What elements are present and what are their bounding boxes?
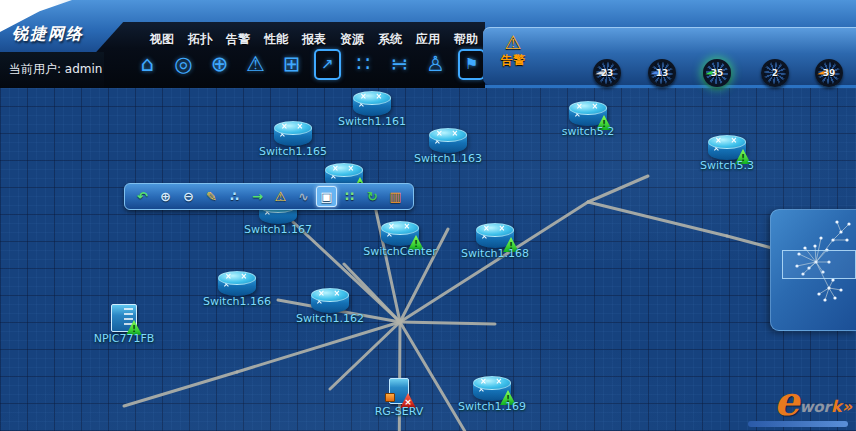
device-icon: ! <box>569 101 607 127</box>
arrange-icon[interactable]: ∷ <box>339 186 360 207</box>
device-icon <box>353 91 391 117</box>
target-icon[interactable]: ⊕ <box>206 49 233 80</box>
alarm-gauge[interactable]: 35 <box>703 59 731 87</box>
search-grid-icon[interactable]: ⊞ <box>278 49 305 80</box>
menu-item[interactable]: 系统 <box>378 31 402 48</box>
gauge-value: 13 <box>651 68 673 78</box>
alarm-gauge[interactable]: 23 <box>593 59 621 87</box>
node-label: Switch1.163 <box>414 152 482 165</box>
warning-triangle-icon: ⚠ <box>493 32 533 52</box>
eworks-watermark: e wor k » <box>692 384 852 427</box>
device-icon <box>311 288 349 314</box>
refresh-icon[interactable]: ↻ <box>362 186 383 207</box>
alarm-label: 告警 <box>493 52 533 69</box>
watermark-mid: wor <box>799 401 831 418</box>
menu-item[interactable]: 应用 <box>416 31 440 48</box>
alarm-gauge[interactable]: 39 <box>815 59 843 87</box>
device-icon <box>274 121 312 147</box>
minimap-panel[interactable] <box>770 209 856 331</box>
node-label: Switch5.3 <box>700 159 754 172</box>
topology-layout-icon[interactable]: ∴ <box>224 186 245 207</box>
device-icon <box>429 128 467 154</box>
menu-item[interactable]: 资源 <box>340 31 364 48</box>
app-header: 锐捷网络 当前用户: admin 视图拓扑告警性能报表资源系统应用帮助 ⌂◎⊕⚠… <box>0 0 856 88</box>
menu-item[interactable]: 性能 <box>264 31 288 48</box>
node-label: switch5.2 <box>562 125 615 138</box>
app-window: Switch1.161Switch1.165Switch1.163!switch… <box>0 0 856 431</box>
switch-icon <box>274 121 312 147</box>
node-label: Switch1.165 <box>259 145 327 158</box>
alarm-gauge[interactable]: 2 <box>761 59 789 87</box>
node-label: Switch1.161 <box>338 115 406 128</box>
home-icon[interactable]: ⌂ <box>134 49 161 80</box>
menu-item[interactable]: 报表 <box>302 31 326 48</box>
device-icon: ! <box>111 304 137 332</box>
apps-add-icon[interactable]: ∺ <box>386 49 413 80</box>
exit-icon[interactable]: ▥ <box>385 186 406 207</box>
gauge-value: 2 <box>764 68 786 78</box>
gauge-value: 35 <box>706 68 728 78</box>
device-icon: ! <box>381 221 419 247</box>
switch-icon <box>311 288 349 314</box>
user-icon[interactable]: ♙ <box>422 49 449 80</box>
move-icon[interactable]: → <box>247 186 268 207</box>
watermark-arrow: » <box>842 400 852 418</box>
menu-item[interactable]: 拓扑 <box>188 31 212 48</box>
alarm-gauge[interactable]: 13 <box>648 59 676 87</box>
device-icon: × <box>389 378 409 404</box>
node-label: Switch1.168 <box>461 247 529 260</box>
node-label: Switch1.166 <box>203 295 271 308</box>
node-label: NPIC771FB <box>94 332 155 345</box>
link-edit-icon[interactable]: ✎ <box>201 186 222 207</box>
switch-icon <box>218 271 256 297</box>
performance-chart-icon[interactable]: ↗ <box>314 49 341 80</box>
zoom-in-icon[interactable]: ⊕ <box>155 186 176 207</box>
node-label: RG-SERV <box>375 405 424 418</box>
device-icon: ! <box>708 135 746 161</box>
alarm-icon[interactable]: ⚠ <box>242 49 269 80</box>
alarm-view-icon[interactable]: ⚠ <box>270 186 291 207</box>
node-label: Switch1.167 <box>244 223 312 236</box>
server-badge-icon <box>385 393 395 402</box>
node-label: SwitchCenter <box>363 245 436 258</box>
gauge-value: 23 <box>596 68 618 78</box>
menu-item[interactable]: 帮助 <box>454 31 478 48</box>
performance-view-icon[interactable]: ∿ <box>293 186 314 207</box>
session-icon[interactable]: ⚑ <box>458 49 485 80</box>
menu-item[interactable]: 告警 <box>226 31 250 48</box>
export-image-icon[interactable]: ▣ <box>316 186 337 207</box>
device-icon: ! <box>476 223 514 249</box>
topology-canvas[interactable]: Switch1.161Switch1.165Switch1.163!switch… <box>0 88 856 431</box>
node-label: Switch1.162 <box>296 312 364 325</box>
node-label: Switch1.169 <box>458 400 526 413</box>
topology-toolbar: ↶⊕⊖✎∴→⚠∿▣∷↻▥ <box>124 183 414 210</box>
switch-icon <box>429 128 467 154</box>
device-icon <box>218 271 256 297</box>
watermark-e: e <box>774 384 799 418</box>
device-icon: ! <box>473 376 511 402</box>
undo-icon[interactable]: ↶ <box>132 186 153 207</box>
alarm-panel: ⚠ 告警 2313352396 <box>483 27 856 85</box>
minimap-viewport[interactable] <box>782 250 856 279</box>
menu-bar: 视图拓扑告警性能报表资源系统应用帮助 <box>150 31 478 48</box>
switch-icon <box>353 91 391 117</box>
camera-icon[interactable]: ◎ <box>170 49 197 80</box>
zoom-out-icon[interactable]: ⊖ <box>178 186 199 207</box>
alarm-summary[interactable]: ⚠ 告警 <box>493 32 533 69</box>
gauge-value: 39 <box>818 68 840 78</box>
current-user-label: 当前用户: admin <box>9 61 102 78</box>
apps-grid-icon[interactable]: ∷ <box>350 49 377 80</box>
menu-item[interactable]: 视图 <box>150 31 174 48</box>
quick-toolbar: ⌂◎⊕⚠⊞↗∷∺♙⚑ <box>134 49 485 80</box>
brand-logo: 锐捷网络 <box>12 24 84 45</box>
watermark-k: k <box>831 400 842 418</box>
